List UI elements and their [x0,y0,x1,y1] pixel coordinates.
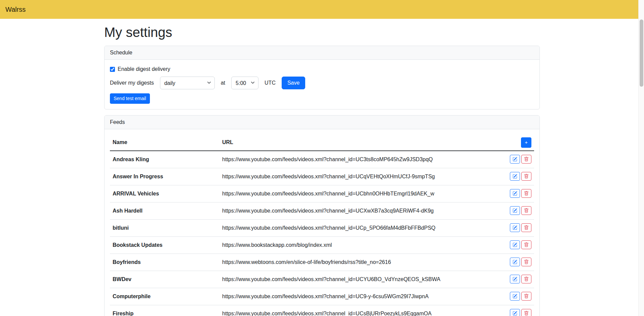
feed-row: Answer In Progress https://www.youtube.c… [110,168,534,185]
edit-icon [513,242,517,247]
trash-icon [524,242,529,247]
trash-icon [524,225,529,230]
feed-row: BWDev https://www.youtube.com/feeds/vide… [110,271,534,288]
main-content: My settings Schedule Enable digest deliv… [100,24,544,316]
feed-actions [504,271,534,288]
feeds-card-body: Name URL + Andreas Kling https://www.you… [105,129,539,316]
edit-feed-button[interactable] [510,240,520,249]
feed-url: https://www.youtube.com/feeds/videos.xml… [219,271,504,288]
schedule-card-body: Enable digest delivery Deliver my digest… [105,60,539,109]
frequency-select[interactable]: daily [160,77,215,89]
trash-icon [524,294,529,299]
feed-name: Computerphile [110,288,219,305]
delete-feed-button[interactable] [521,240,531,249]
feed-name: ARRIVAL Vehicles [110,185,219,202]
save-button[interactable]: Save [282,77,305,89]
add-feed-button[interactable]: + [521,137,531,148]
feed-row: Boyfriends https://www.webtoons.com/en/s… [110,254,534,271]
edit-icon [513,174,517,179]
enable-digest-label[interactable]: Enable digest delivery [118,65,170,73]
feed-name: Boyfriends [110,254,219,271]
at-label: at [221,79,225,87]
edit-icon [513,311,517,316]
edit-icon [513,260,517,264]
delete-feed-button[interactable] [521,206,531,215]
feed-actions [504,288,534,305]
column-header-actions: + [504,135,534,151]
scrollbar-thumb[interactable] [640,19,643,87]
edit-feed-button[interactable] [510,206,520,215]
feed-name: Answer In Progress [110,168,219,185]
schedule-card: Schedule Enable digest delivery Deliver … [104,46,540,109]
delete-feed-button[interactable] [521,189,531,198]
delete-feed-button[interactable] [521,258,531,266]
feed-actions [504,151,534,168]
time-select[interactable]: 5:00 [231,77,258,89]
feed-name: Bookstack Updates [110,236,219,254]
feed-url: https://www.webtoons.com/en/slice-of-lif… [219,254,504,271]
edit-icon [513,191,517,196]
feeds-card: Feeds Name URL + Andreas Kling https://w… [104,115,540,316]
delete-feed-button[interactable] [521,223,531,232]
delete-feed-button[interactable] [521,155,531,164]
edit-feed-button[interactable] [510,172,520,181]
feeds-table-body: Andreas Kling https://www.youtube.com/fe… [110,151,534,316]
feed-url: https://www.youtube.com/feeds/videos.xml… [219,168,504,185]
navbar: Walrss [0,0,638,19]
feed-actions [504,236,534,254]
digest-schedule-row: Deliver my digests daily at 5:00 [110,77,534,89]
delete-feed-button[interactable] [521,309,531,316]
edit-feed-button[interactable] [510,258,520,266]
delete-feed-button[interactable] [521,172,531,181]
feed-url: https://www.youtube.com/feeds/videos.xml… [219,219,504,236]
column-header-url: URL [219,135,504,151]
feeds-table-header-row: Name URL + [110,135,534,151]
feed-url: https://www.youtube.com/feeds/videos.xml… [219,288,504,305]
feed-name: bitluni [110,219,219,236]
deliver-digests-label: Deliver my digests [110,79,154,87]
edit-feed-button[interactable] [510,309,520,316]
feed-actions [504,168,534,185]
delete-feed-button[interactable] [521,292,531,301]
feed-row: Fireship https://www.youtube.com/feeds/v… [110,305,534,316]
feed-name: Andreas Kling [110,151,219,168]
edit-feed-button[interactable] [510,275,520,283]
feed-actions [504,219,534,236]
edit-feed-button[interactable] [510,223,520,232]
trash-icon [524,260,529,264]
feed-name: BWDev [110,271,219,288]
trash-icon [524,157,529,162]
feed-url: https://www.bookstackapp.com/blog/index.… [219,236,504,254]
edit-icon [513,294,517,299]
scrollbar[interactable] [638,0,644,316]
navbar-brand[interactable]: Walrss [5,4,26,14]
edit-feed-button[interactable] [510,292,520,301]
trash-icon [524,174,529,179]
feed-row: Andreas Kling https://www.youtube.com/fe… [110,151,534,168]
delete-feed-button[interactable] [521,275,531,283]
feed-url: https://www.youtube.com/feeds/videos.xml… [219,185,504,202]
feed-row: bitluni https://www.youtube.com/feeds/vi… [110,219,534,236]
trash-icon [524,208,529,213]
feed-actions [504,202,534,219]
time-select-control[interactable]: 5:00 [231,77,258,89]
edit-icon [513,225,517,230]
edit-feed-button[interactable] [510,189,520,198]
feeds-table: Name URL + Andreas Kling https://www.you… [110,135,534,316]
timezone-label: UTC [265,79,276,87]
enable-digest-checkbox[interactable] [110,67,115,72]
feed-url: https://www.youtube.com/feeds/videos.xml… [219,202,504,219]
trash-icon [524,277,529,281]
feed-actions [504,185,534,202]
edit-icon [513,157,517,162]
send-test-email-button[interactable]: Send test email [110,93,150,104]
feed-actions [504,254,534,271]
feed-name: Ash Hardell [110,202,219,219]
feed-name: Fireship [110,305,219,316]
trash-icon [524,191,529,196]
frequency-select-control[interactable]: daily [160,77,215,89]
feed-row: Computerphile https://www.youtube.com/fe… [110,288,534,305]
edit-icon [513,277,517,281]
feed-actions [504,305,534,316]
edit-feed-button[interactable] [510,155,520,164]
